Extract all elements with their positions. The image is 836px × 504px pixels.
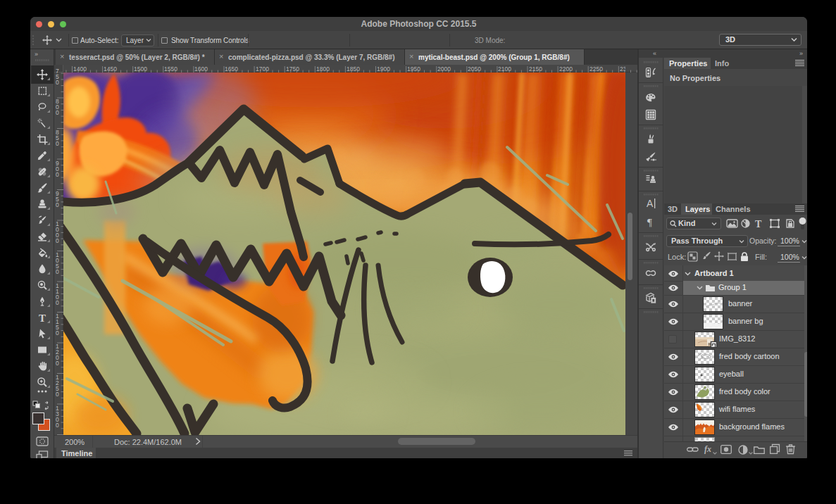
svg-text:¶: ¶ — [647, 217, 652, 228]
svg-text:A: A — [647, 198, 654, 209]
svg-text:T: T — [755, 219, 762, 229]
svg-text:T: T — [39, 313, 46, 324]
